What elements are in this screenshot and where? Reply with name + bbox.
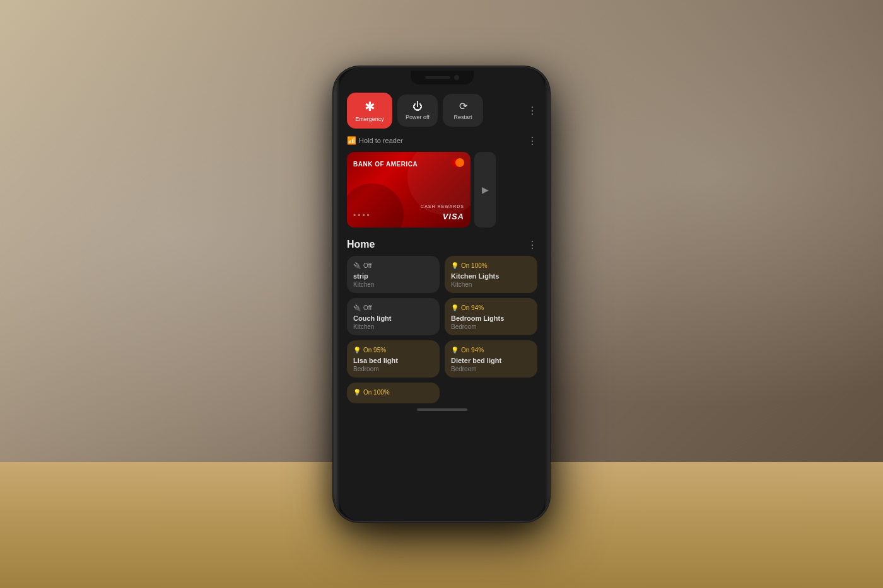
device-location-lisa-bed-light: Bedroom <box>353 366 433 372</box>
status-icon-kitchen-lights: 💡 <box>451 262 459 269</box>
card-bank-area: BANK OF AMERICA <box>353 158 464 171</box>
card-container: BANK OF AMERICA CASH REWARDS •••• VISA ▶ <box>347 152 537 228</box>
power-buttons-row: ✱ Emergency ⏻ Power off ⟳ Restart ⋮ <box>347 93 537 129</box>
status-icon-strip-kitchen: 🔌 <box>353 262 361 269</box>
nfc-icon: 📶 <box>347 136 356 145</box>
emergency-label: Emergency <box>355 116 384 122</box>
home-more-icon[interactable]: ⋮ <box>527 239 537 251</box>
device-name-kitchen-lights: Kitchen Lights <box>451 272 531 280</box>
home-header: Home ⋮ <box>347 233 537 256</box>
home-title: Home <box>347 239 375 250</box>
devices-grid: 🔌 Off strip Kitchen 💡 On 100% Kitchen Li… <box>347 256 537 404</box>
status-icon-bedroom-lights: 💡 <box>451 304 459 311</box>
status-icon-light-7: 💡 <box>353 389 361 396</box>
device-status-light-7: 💡 On 100% <box>353 389 433 396</box>
device-tile-strip-kitchen[interactable]: 🔌 Off strip Kitchen <box>347 256 440 293</box>
card-next-button[interactable]: ▶ <box>474 152 496 228</box>
device-tile-kitchen-lights[interactable]: 💡 On 100% Kitchen Lights Kitchen <box>445 256 537 293</box>
status-text-kitchen-lights: On 100% <box>461 262 488 269</box>
card-number-dots: •••• <box>353 211 371 220</box>
device-tile-light-7[interactable]: 💡 On 100% <box>347 383 440 403</box>
screen-content: ✱ Emergency ⏻ Power off ⟳ Restart ⋮ <box>339 88 545 521</box>
device-status-strip-kitchen: 🔌 Off <box>353 262 433 269</box>
wallet-nfc-indicator: 📶 Hold to reader <box>347 136 403 145</box>
power-off-button[interactable]: ⏻ Power off <box>397 95 438 127</box>
device-tile-bedroom-lights[interactable]: 💡 On 94% Bedroom Lights Bedroom <box>445 298 537 335</box>
device-location-strip-kitchen: Kitchen <box>353 281 433 288</box>
phone-screen: ✱ Emergency ⏻ Power off ⟳ Restart ⋮ <box>339 67 545 521</box>
card-next-arrow: ▶ <box>482 185 489 195</box>
device-name-couch-light: Couch light <box>353 314 433 323</box>
status-text-strip-kitchen: Off <box>363 262 371 269</box>
device-location-couch-light: Kitchen <box>353 323 433 330</box>
power-off-label: Power off <box>406 114 430 120</box>
device-status-dieter-bed-light: 💡 On 94% <box>451 347 531 354</box>
device-name-dieter-bed-light: Dieter bed light <box>451 356 531 365</box>
speaker-grille <box>425 76 450 79</box>
wallet-more-icon[interactable]: ⋮ <box>527 135 537 147</box>
wallet-header: 📶 Hold to reader ⋮ <box>347 135 537 147</box>
device-name-lisa-bed-light: Lisa bed light <box>353 356 433 365</box>
power-menu: ✱ Emergency ⏻ Power off ⟳ Restart ⋮ <box>339 88 545 132</box>
device-tile-lisa-bed-light[interactable]: 💡 On 95% Lisa bed light Bedroom <box>347 340 440 378</box>
credit-card[interactable]: BANK OF AMERICA CASH REWARDS •••• VISA <box>347 152 471 228</box>
restart-button[interactable]: ⟳ Restart <box>443 94 483 127</box>
boa-logo-icon <box>452 158 464 171</box>
notch <box>411 71 474 84</box>
phone-wrapper: ✱ Emergency ⏻ Power off ⟳ Restart ⋮ <box>334 67 549 521</box>
device-status-couch-light: 🔌 Off <box>353 304 433 311</box>
card-rewards-type: CASH REWARDS <box>421 204 464 209</box>
device-tile-dieter-bed-light[interactable]: 💡 On 94% Dieter bed light Bedroom <box>445 340 537 378</box>
restart-icon: ⟳ <box>459 100 467 112</box>
home-indicator-bar <box>417 408 467 411</box>
device-location-dieter-bed-light: Bedroom <box>451 366 531 372</box>
emergency-icon: ✱ <box>365 99 375 114</box>
camera-dot <box>454 75 459 80</box>
status-text-dieter-bed-light: On 94% <box>461 347 484 354</box>
home-section: Home ⋮ 🔌 Off strip Kitchen 💡 On 100% Kit… <box>339 233 545 521</box>
device-location-bedroom-lights: Bedroom <box>451 323 531 330</box>
status-text-lisa-bed-light: On 95% <box>363 347 386 354</box>
emergency-button[interactable]: ✱ Emergency <box>347 93 392 129</box>
bank-name: BANK OF AMERICA <box>353 161 418 168</box>
device-name-bedroom-lights: Bedroom Lights <box>451 314 531 323</box>
power-off-icon: ⏻ <box>412 101 423 112</box>
status-icon-couch-light: 🔌 <box>353 304 361 311</box>
device-status-kitchen-lights: 💡 On 100% <box>451 262 531 269</box>
device-location-kitchen-lights: Kitchen <box>451 281 531 288</box>
phone-device: ✱ Emergency ⏻ Power off ⟳ Restart ⋮ <box>334 67 549 521</box>
status-text-light-7: On 100% <box>363 389 390 396</box>
restart-label: Restart <box>453 114 472 120</box>
card-brand-label: VISA <box>443 212 464 221</box>
nfc-text: Hold to reader <box>359 137 403 144</box>
device-status-bedroom-lights: 💡 On 94% <box>451 304 531 311</box>
power-menu-more-icon[interactable]: ⋮ <box>527 105 537 117</box>
device-status-lisa-bed-light: 💡 On 95% <box>353 347 433 354</box>
status-icon-lisa-bed-light: 💡 <box>353 347 361 354</box>
device-tile-couch-light[interactable]: 🔌 Off Couch light Kitchen <box>347 298 440 335</box>
status-text-couch-light: Off <box>363 304 371 311</box>
status-icon-dieter-bed-light: 💡 <box>451 347 459 354</box>
wallet-section: 📶 Hold to reader ⋮ BANK OF AMERICA CASH … <box>339 132 545 233</box>
device-name-strip-kitchen: strip <box>353 272 433 280</box>
status-bar <box>339 67 545 88</box>
status-text-bedroom-lights: On 94% <box>461 304 484 311</box>
